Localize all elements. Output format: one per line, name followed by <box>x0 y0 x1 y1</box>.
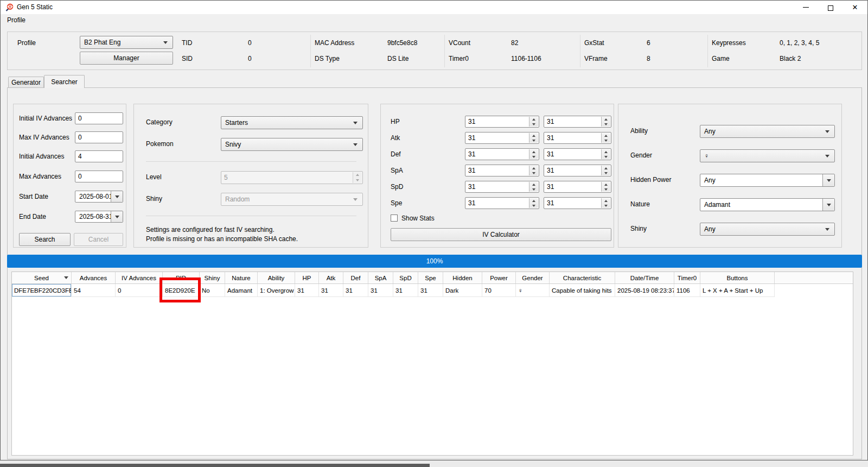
cell-buttons[interactable]: L + X + A + Start + Up <box>700 284 775 297</box>
cell-advances[interactable]: 54 <box>72 284 116 297</box>
spin-buttons[interactable] <box>601 182 610 192</box>
nature-value: Adamant <box>704 201 730 209</box>
iv-calculator-button[interactable]: IV Calculator <box>391 228 611 241</box>
spin-buttons[interactable] <box>529 117 538 127</box>
cell-def[interactable]: 31 <box>343 284 368 297</box>
nature-select[interactable]: Adamant <box>700 198 835 211</box>
gender-select[interactable]: ♀ <box>700 149 835 162</box>
spin-buttons[interactable] <box>601 117 610 127</box>
atk-label: Atk <box>391 134 400 142</box>
col-header-hidden[interactable]: Hidden <box>443 272 482 283</box>
menu-item-profile[interactable]: Profile <box>7 16 25 24</box>
cell-gender[interactable]: ♀ <box>516 284 550 297</box>
level-spinbox[interactable]: 5 <box>221 171 363 184</box>
profile-select[interactable]: B2 Phat Eng <box>80 36 173 49</box>
manager-button[interactable]: Manager <box>80 52 173 65</box>
cell-spd[interactable]: 31 <box>393 284 418 297</box>
spin-buttons[interactable] <box>529 133 538 143</box>
col-header-hp[interactable]: HP <box>295 272 319 283</box>
end-date-input[interactable]: 2025-08-31 <box>75 211 123 223</box>
cell-iv-advances[interactable]: 0 <box>116 284 163 297</box>
spd-min-spinbox[interactable]: 31 <box>465 181 539 193</box>
col-header-nature[interactable]: Nature <box>225 272 258 283</box>
shiny-filter-select[interactable]: Any <box>700 223 835 236</box>
ability-label: Ability <box>630 127 648 135</box>
cell-ability[interactable]: 1: Overgrow <box>258 284 295 297</box>
nature-drop-button[interactable] <box>822 199 834 211</box>
initial-iv-advances-input[interactable]: 0 <box>75 112 123 124</box>
cell-hp[interactable]: 31 <box>295 284 319 297</box>
start-date-drop-button[interactable] <box>111 191 123 202</box>
col-header-buttons[interactable]: Buttons <box>700 272 775 283</box>
cell-spe[interactable]: 31 <box>418 284 443 297</box>
def-max-spinbox[interactable]: 31 <box>544 148 611 160</box>
cancel-button[interactable]: Cancel <box>74 233 123 246</box>
atk-max-spinbox[interactable]: 31 <box>544 132 611 144</box>
hidden-power-drop-button[interactable] <box>822 174 834 186</box>
cell-nature[interactable]: Adamant <box>225 284 258 297</box>
col-header-ability[interactable]: Ability <box>258 272 295 283</box>
restore-icon <box>828 5 833 11</box>
col-header-spa[interactable]: SpA <box>368 272 393 283</box>
col-header-spe[interactable]: Spe <box>418 272 443 283</box>
show-stats-checkbox[interactable] <box>391 214 398 222</box>
col-header-atk[interactable]: Atk <box>319 272 343 283</box>
close-button[interactable]: ✕ <box>843 1 867 14</box>
def-min-spinbox[interactable]: 31 <box>465 148 539 160</box>
spin-buttons[interactable] <box>353 172 362 183</box>
initial-advances-input[interactable]: 4 <box>75 150 123 162</box>
cell-power[interactable]: 70 <box>482 284 516 297</box>
restore-button[interactable] <box>818 1 843 14</box>
spin-buttons[interactable] <box>601 133 610 143</box>
end-date-drop-button[interactable] <box>111 211 123 222</box>
spd-max-spinbox[interactable]: 31 <box>544 181 611 193</box>
spa-max-spinbox[interactable]: 31 <box>544 165 611 176</box>
spin-down-icon <box>604 123 608 125</box>
col-header-advances[interactable]: Advances <box>72 272 116 283</box>
hp-max-spinbox[interactable]: 31 <box>544 116 611 128</box>
cell-atk[interactable]: 31 <box>319 284 343 297</box>
col-header-seed[interactable]: Seed <box>12 272 72 283</box>
cell-hidden[interactable]: Dark <box>443 284 482 297</box>
shiny-setting-select[interactable]: Random <box>221 193 363 206</box>
spin-buttons[interactable] <box>529 149 538 159</box>
hp-min-spinbox[interactable]: 31 <box>465 116 539 128</box>
start-date-input[interactable]: 2025-08-01 <box>75 191 123 203</box>
cell-timer0[interactable]: 1106 <box>674 284 700 297</box>
cell-spa[interactable]: 31 <box>368 284 393 297</box>
col-header-timer0[interactable]: Timer0 <box>674 272 700 283</box>
col-header-datetime[interactable]: Date/Time <box>615 272 674 283</box>
cell-characteristic[interactable]: Capable of taking hits <box>550 284 615 297</box>
search-button[interactable]: Search <box>19 233 71 246</box>
spin-buttons[interactable] <box>529 166 538 175</box>
max-iv-advances-input[interactable]: 0 <box>75 131 123 143</box>
cell-datetime[interactable]: 2025-08-19 08:23:37 <box>615 284 674 297</box>
col-header-power[interactable]: Power <box>482 272 516 283</box>
col-header-def[interactable]: Def <box>343 272 368 283</box>
pokemon-select[interactable]: Snivy <box>221 138 363 151</box>
cell-shiny[interactable]: No <box>200 284 225 297</box>
max-advances-input[interactable]: 0 <box>75 171 123 182</box>
spa-min-spinbox[interactable]: 31 <box>465 165 539 176</box>
spe-max-spinbox[interactable]: 31 <box>544 197 611 209</box>
tab-searcher[interactable]: Searcher <box>44 75 85 88</box>
col-header-characteristic[interactable]: Characteristic <box>550 272 615 283</box>
cell-seed[interactable]: DFE7EBF220CD3FB3 <box>12 284 72 297</box>
col-header-gender[interactable]: Gender <box>516 272 550 283</box>
spin-buttons[interactable] <box>601 198 610 208</box>
minimize-button[interactable] <box>794 1 818 14</box>
table-row[interactable]: DFE7EBF220CD3FB3 54 0 8E2D920E No Adaman… <box>12 284 853 297</box>
atk-min-spinbox[interactable]: 31 <box>465 132 539 144</box>
spin-buttons[interactable] <box>601 166 610 175</box>
spin-buttons[interactable] <box>529 198 538 208</box>
spin-buttons[interactable] <box>601 149 610 159</box>
category-select[interactable]: Starters <box>221 116 363 129</box>
col-header-spd[interactable]: SpD <box>393 272 418 283</box>
col-header-iv-advances[interactable]: IV Advances <box>116 272 163 283</box>
hidden-power-select[interactable]: Any <box>700 174 835 187</box>
tab-generator[interactable]: Generator <box>8 77 44 88</box>
spin-buttons[interactable] <box>529 182 538 192</box>
ability-select[interactable]: Any <box>700 125 835 138</box>
spe-min-spinbox[interactable]: 31 <box>465 197 539 209</box>
col-header-shiny[interactable]: Shiny <box>200 272 225 283</box>
